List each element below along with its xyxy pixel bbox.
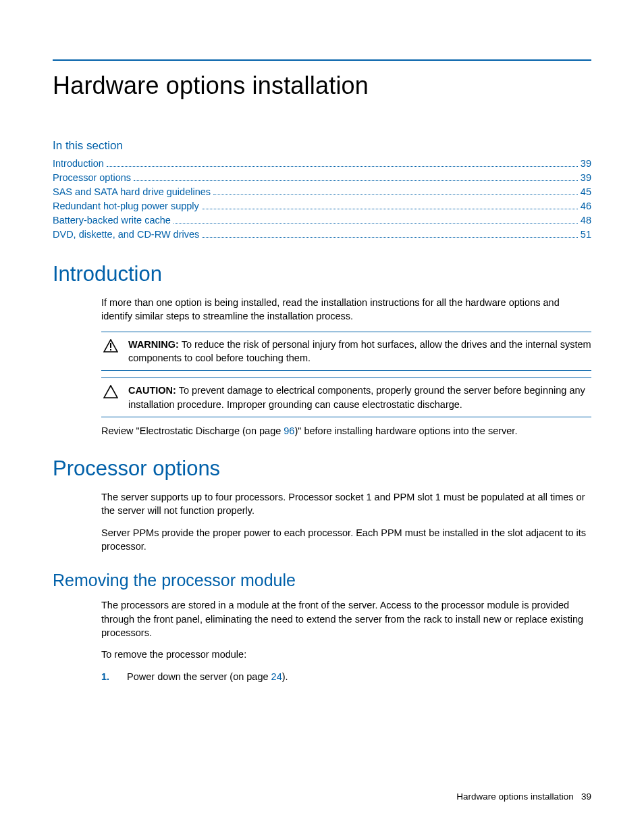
footer-text: Hardware options installation xyxy=(456,791,573,802)
toc-dots xyxy=(202,209,578,209)
toc-link-redundant-psu[interactable]: Redundant hot-plug power supply xyxy=(53,199,199,213)
toc-page[interactable]: 39 xyxy=(581,171,591,185)
processor-para-2: Server PPMs provide the proper power to … xyxy=(101,526,591,554)
toc-row: SAS and SATA hard drive guidelines 45 xyxy=(53,185,591,199)
heading-removing-module: Removing the processor module xyxy=(53,571,591,590)
toc-link-introduction[interactable]: Introduction xyxy=(53,157,104,171)
page-link-24[interactable]: 24 xyxy=(271,671,282,682)
toc-link-processor-options[interactable]: Processor options xyxy=(53,171,131,185)
svg-marker-3 xyxy=(104,386,117,398)
toc-link-bbwc[interactable]: Battery-backed write cache xyxy=(53,213,171,228)
step1-post: ). xyxy=(282,671,288,682)
toc-dots xyxy=(107,166,578,167)
svg-rect-1 xyxy=(110,343,111,348)
footer-page-number: 39 xyxy=(581,791,591,802)
warning-body: To reduce the risk of personal injury fr… xyxy=(128,339,591,363)
top-rule xyxy=(53,59,591,61)
caution-box: CAUTION: To prevent damage to electrical… xyxy=(101,377,591,417)
caution-text: CAUTION: To prevent damage to electrical… xyxy=(128,384,591,411)
warning-box: WARNING: To reduce the risk of personal … xyxy=(101,332,591,371)
heading-processor-options: Processor options xyxy=(53,457,591,481)
toc-dots xyxy=(213,194,578,195)
warning-icon xyxy=(101,338,120,365)
list-item: 1. Power down the server (on page 24). xyxy=(101,670,591,683)
page-link-96[interactable]: 96 xyxy=(284,425,294,436)
step-text: Power down the server (on page 24). xyxy=(127,670,288,683)
toc: Introduction 39 Processor options 39 SAS… xyxy=(53,157,591,242)
toc-page[interactable]: 48 xyxy=(581,213,591,228)
toc-page[interactable]: 39 xyxy=(581,157,591,171)
toc-link-dvd[interactable]: DVD, diskette, and CD-RW drives xyxy=(53,228,199,242)
review-pre: Review "Electrostatic Discharge (on page xyxy=(101,425,284,436)
toc-row: Processor options 39 xyxy=(53,171,591,185)
warning-label: WARNING: xyxy=(128,339,179,350)
page-footer: Hardware options installation 39 xyxy=(456,791,591,802)
in-this-section-label: In this section xyxy=(53,139,591,153)
toc-page[interactable]: 46 xyxy=(581,199,591,213)
review-para: Review "Electrostatic Discharge (on page… xyxy=(101,424,591,438)
review-post: )" before installing hardware options in… xyxy=(294,425,517,436)
heading-introduction: Introduction xyxy=(53,262,591,286)
toc-dots xyxy=(173,223,578,224)
caution-body: To prevent damage to electrical componen… xyxy=(128,385,585,409)
warning-text: WARNING: To reduce the risk of personal … xyxy=(128,338,591,365)
removing-para-1: The processors are stored in a module at… xyxy=(101,598,591,640)
intro-para-1: If more than one option is being install… xyxy=(101,296,591,323)
toc-row: DVD, diskette, and CD-RW drives 51 xyxy=(53,228,591,242)
toc-page[interactable]: 51 xyxy=(581,228,591,242)
toc-page[interactable]: 45 xyxy=(581,185,591,199)
toc-row: Redundant hot-plug power supply 46 xyxy=(53,199,591,213)
toc-row: Battery-backed write cache 48 xyxy=(53,213,591,228)
removing-para-2: To remove the processor module: xyxy=(101,648,591,661)
caution-icon xyxy=(101,384,120,411)
step-number: 1. xyxy=(101,670,113,683)
processor-para-1: The server supports up to four processor… xyxy=(101,490,591,518)
toc-dots xyxy=(134,180,578,181)
toc-dots xyxy=(202,237,578,238)
caution-label: CAUTION: xyxy=(128,385,176,396)
page-title: Hardware options installation xyxy=(53,72,591,100)
step1-pre: Power down the server (on page xyxy=(127,671,271,682)
toc-row: Introduction 39 xyxy=(53,157,591,171)
steps-list: 1. Power down the server (on page 24). xyxy=(101,670,591,683)
svg-rect-2 xyxy=(110,349,111,350)
toc-link-sas-sata[interactable]: SAS and SATA hard drive guidelines xyxy=(53,185,211,199)
